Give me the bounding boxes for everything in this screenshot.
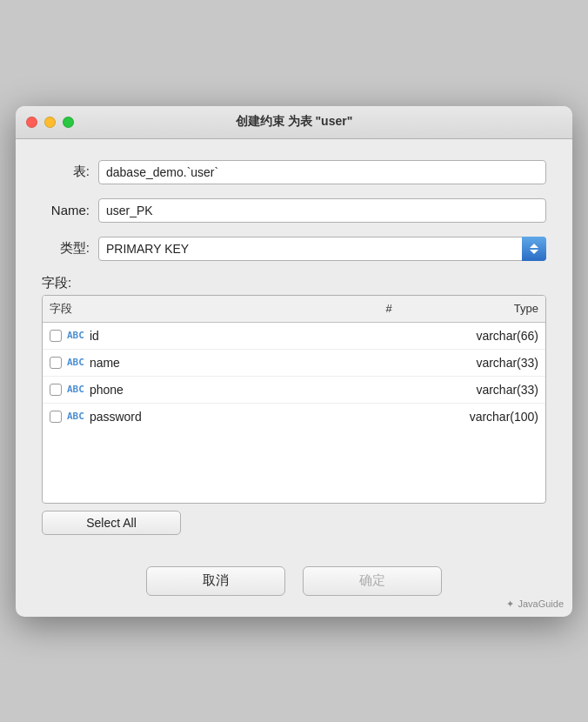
type-select[interactable]: PRIMARY KEY UNIQUE CHECK FOREIGN KEY bbox=[98, 237, 546, 261]
field-name: name bbox=[90, 356, 120, 370]
field-type-cell: varchar(100) bbox=[415, 403, 545, 430]
name-row-form: Name: bbox=[42, 198, 546, 223]
field-checkbox[interactable] bbox=[50, 384, 62, 396]
field-cell: ABC id bbox=[43, 322, 363, 349]
field-hash-cell bbox=[363, 376, 415, 403]
table-row-form: 表: bbox=[42, 160, 546, 184]
col-header-hash: # bbox=[363, 296, 415, 323]
cancel-button[interactable]: 取消 bbox=[146, 566, 285, 596]
field-cell: ABC phone bbox=[43, 376, 363, 403]
traffic-lights bbox=[26, 117, 74, 128]
window-title: 创建约束 为表 "user" bbox=[236, 114, 353, 130]
field-hash-cell bbox=[363, 349, 415, 376]
content-area: 表: Name: 类型: PRIMARY KEY UNIQUE CHECK FO… bbox=[16, 139, 572, 552]
field-hash-cell bbox=[363, 322, 415, 349]
field-checkbox[interactable] bbox=[50, 411, 62, 423]
fields-table-container: 字段 # Type ABC id varcha bbox=[42, 295, 546, 504]
field-cell: ABC name bbox=[43, 349, 363, 376]
fields-label: 字段: bbox=[42, 275, 546, 291]
name-input[interactable] bbox=[98, 198, 546, 223]
main-window: 创建约束 为表 "user" 表: Name: 类型: PRIMARY KEY bbox=[16, 106, 572, 617]
table-row: ABC password varchar(100) bbox=[43, 403, 545, 430]
minimize-button[interactable] bbox=[44, 117, 56, 128]
fields-section: 字段: 字段 # Type bbox=[42, 275, 546, 535]
table-row: ABC phone varchar(33) bbox=[43, 376, 545, 403]
field-cell: ABC password bbox=[43, 403, 363, 430]
field-name: phone bbox=[90, 383, 124, 397]
type-label: 类型: bbox=[42, 240, 90, 257]
select-all-button[interactable]: Select All bbox=[42, 511, 181, 535]
field-type-cell: varchar(66) bbox=[415, 322, 545, 349]
field-badge: ABC bbox=[67, 330, 84, 341]
close-button[interactable] bbox=[26, 117, 37, 128]
table-input[interactable] bbox=[98, 160, 546, 184]
type-select-wrapper: PRIMARY KEY UNIQUE CHECK FOREIGN KEY bbox=[98, 237, 546, 261]
field-badge: ABC bbox=[67, 384, 84, 395]
field-type-cell: varchar(33) bbox=[415, 349, 545, 376]
field-badge: ABC bbox=[67, 411, 84, 422]
confirm-button[interactable]: 确定 bbox=[303, 566, 442, 596]
field-badge: ABC bbox=[67, 357, 84, 368]
table-row: ABC name varchar(33) bbox=[43, 349, 545, 376]
col-header-field: 字段 bbox=[43, 296, 363, 323]
name-label: Name: bbox=[42, 203, 90, 217]
table-row: ABC id varchar(66) bbox=[43, 322, 545, 349]
type-row-form: 类型: PRIMARY KEY UNIQUE CHECK FOREIGN KEY bbox=[42, 237, 546, 261]
field-checkbox[interactable] bbox=[50, 330, 62, 342]
field-type-cell: varchar(33) bbox=[415, 376, 545, 403]
footer: 取消 确定 bbox=[16, 552, 572, 617]
title-bar: 创建约束 为表 "user" bbox=[16, 106, 572, 139]
field-hash-cell bbox=[363, 403, 415, 430]
maximize-button[interactable] bbox=[63, 117, 74, 128]
table-label: 表: bbox=[42, 164, 90, 180]
col-header-type: Type bbox=[415, 296, 545, 323]
field-name: password bbox=[90, 410, 142, 424]
fields-table: 字段 # Type ABC id varcha bbox=[43, 296, 545, 430]
watermark: ✦ JavaGuide bbox=[506, 598, 564, 610]
table-header-row: 字段 # Type bbox=[43, 296, 545, 323]
field-name: id bbox=[90, 329, 99, 343]
field-checkbox[interactable] bbox=[50, 357, 62, 369]
